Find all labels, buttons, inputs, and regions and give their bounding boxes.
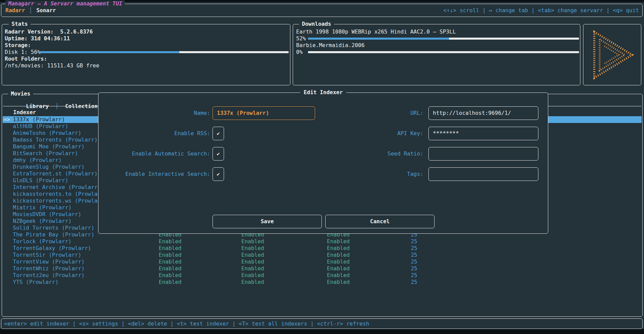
name-label: Name: [98, 106, 210, 120]
rss-status: Enabled [159, 258, 181, 265]
rss-status: Enabled [159, 279, 181, 286]
download-title: Earth 1998 1080p WEBRip x265 Hindi AAC2.… [296, 28, 456, 35]
rss-status: Enabled [159, 252, 181, 258]
tab-radarr[interactable]: Radarr [5, 7, 25, 14]
url-input[interactable]: http://localhost:9696/1/ [428, 106, 538, 120]
seed-ratio-input[interactable] [428, 147, 538, 161]
auto-search-status: Enabled [241, 258, 264, 265]
indexer-name: Torrentz2eu (Prowlarr) [13, 272, 85, 279]
indexer-name: altHUB (Prowlarr) [13, 123, 68, 130]
managarr-play-logo-icon [590, 28, 637, 82]
priority-value: 25 [372, 245, 417, 252]
interactive-search-status: Enabled [327, 245, 350, 252]
edit-indexer-modal: Edit Indexer Name: 1337x (Prowlarr) Enab… [98, 92, 548, 234]
disk-label: Disk 1: 56% [5, 49, 41, 56]
enable-automatic-search-checkbox[interactable]: ✔ [213, 147, 224, 161]
indexer-name: Miatrix (Prowlarr) [13, 204, 71, 211]
indexer-name: 1337x (Prowlarr) [13, 116, 65, 123]
indexer-name: BitSearch (Prowlarr) [13, 150, 78, 157]
managarr-app: Managarr — A Servarr management TUI Rada… [0, 0, 644, 329]
indexer-name: YTS (Prowlarr) [13, 279, 59, 286]
logo-panel [583, 24, 641, 85]
download-progress-fill [308, 38, 449, 40]
download-progress-bar [308, 38, 579, 40]
enable-rss-checkbox[interactable]: ✔ [213, 127, 224, 140]
interactive-search-status: Enabled [327, 252, 350, 258]
indexer-name: Solid Torrents (Prowlarr) [13, 225, 94, 231]
interactive-search-status: Enabled [327, 238, 350, 245]
indexer-name: Badass Torrents (Prowlarr) [13, 137, 97, 143]
indexer-name: kickasstorrents.to (Prowlarr) [13, 191, 107, 197]
indexer-name: ExtraTorrent.st (Prowlarr) [13, 170, 97, 177]
indexer-row[interactable]: TorrentView (Prowlarr) Enabled Enabled E… [3, 258, 642, 265]
priority-value: 25 [372, 238, 417, 245]
root-folders-label: Root Folders: [5, 56, 47, 62]
indexer-name: DrunkenSlug (Prowlarr) [13, 164, 85, 170]
indexer-name: Internet Archive (Prowlarr) [13, 184, 101, 191]
indexer-name: kickasstorrents.ws (Prowlarr) [13, 197, 107, 204]
tags-label: Tags: [302, 167, 423, 181]
indexer-name: TorrentGalaxy (Prowlarr) [13, 245, 91, 252]
download-list: Earth 1998 1080p WEBRip x265 Hindi AAC2.… [296, 28, 578, 56]
indexer-row[interactable]: YTS (Prowlarr) Enabled Enabled Enabled 2… [3, 279, 642, 286]
enable-interactive-search-checkbox[interactable]: ✔ [213, 167, 224, 181]
indexer-row[interactable]: Torrentz2eu (Prowlarr) Enabled Enabled E… [3, 272, 642, 279]
auto-search-status: Enabled [241, 245, 264, 252]
enable-rss-label: Enable RSS: [98, 127, 210, 140]
download-percent: 52% [296, 35, 306, 42]
rss-status: Enabled [159, 245, 181, 252]
indexer-name: TorrentView (Prowlarr) [13, 258, 85, 265]
stats-panel-title: Stats [9, 21, 30, 27]
header-keybinds: <↑↓> scroll | ↔ change tab | <tab> chang… [443, 4, 639, 17]
interactive-search-status: Enabled [327, 265, 350, 272]
download-percent: 0% [296, 49, 303, 56]
priority-value: 25 [372, 252, 417, 258]
name-input[interactable]: 1337x (Prowlarr) [213, 106, 315, 120]
indexer-row[interactable]: TorrentWhiz (Prowlarr) Enabled Enabled E… [3, 265, 642, 272]
download-item: Barbie.Mermaidia.2006 0% [296, 42, 578, 56]
tab-separator: │ [29, 7, 32, 14]
indexer-row[interactable]: TorrentSir (Prowlarr) Enabled Enabled En… [3, 252, 642, 258]
rss-status: Enabled [159, 265, 181, 272]
seed-ratio-label: Seed Ratio: [302, 147, 423, 161]
downloads-panel: Downloads Earth 1998 1080p WEBRip x265 H… [293, 24, 580, 85]
interactive-search-status: Enabled [327, 272, 350, 279]
cancel-button[interactable]: Cancel [325, 215, 435, 228]
save-button[interactable]: Save [213, 215, 322, 228]
priority-value: 25 [372, 258, 417, 265]
indexer-row[interactable]: TorrentGalaxy (Prowlarr) Enabled Enabled… [3, 245, 642, 252]
tab-sonarr[interactable]: Sonarr [36, 7, 56, 14]
api-key-label: API Key: [302, 127, 423, 140]
storage-label: Storage: [5, 42, 31, 49]
indexer-name: AnimeTosho (Prowlarr) [13, 130, 81, 137]
auto-search-status: Enabled [241, 252, 264, 258]
rss-status: Enabled [159, 238, 181, 245]
uptime: Uptime: 31d 04:36:11 [5, 35, 70, 42]
disk-usage-fill [40, 51, 179, 53]
indexer-name: Bangumi Moe (Prowlarr) [13, 143, 85, 150]
indexer-name: dmhy (Prowlarr) [13, 157, 62, 164]
indexer-name: The Pirate Bay (Prowlarr) [13, 231, 94, 238]
stats-panel: Stats Radarr Version: 5.2.6.8376 Uptime:… [2, 24, 290, 85]
indexer-name: TorrentSir (Prowlarr) [13, 252, 81, 258]
servarr-tabs: Radarr │ Sonarr [5, 4, 56, 17]
root-folder-free: /nfs/movies: 11511.43 GB free [5, 62, 99, 69]
indexer-name: GloDLS (Prowlarr) [13, 177, 68, 184]
url-label: URL: [302, 106, 423, 120]
footer-keybinds: <enter> edit indexer | <s> settings | <d… [4, 319, 369, 329]
enable-automatic-search-label: Enable Automatic Search: [98, 147, 210, 161]
api-key-input[interactable]: ******** [428, 127, 538, 140]
indexer-row[interactable]: Torlock (Prowlarr) Enabled Enabled Enabl… [3, 238, 642, 245]
radarr-version: Radarr Version: 5.2.6.8376 [5, 28, 93, 35]
priority-value: 25 [372, 279, 417, 286]
download-title: Barbie.Mermaidia.2006 [296, 42, 364, 49]
tags-input[interactable] [428, 167, 538, 181]
interactive-search-status: Enabled [327, 279, 350, 286]
modal-title: Edit Indexer [300, 89, 346, 96]
download-progress-bar [308, 51, 579, 53]
downloads-panel-title: Downloads [299, 21, 334, 27]
footer-keybar: <enter> edit indexer | <s> settings | <d… [1, 318, 643, 329]
indexer-name: NZBgeek (Prowlarr) [13, 218, 71, 225]
indexer-name: Torlock (Prowlarr) [13, 238, 71, 245]
indexer-name: TorrentWhiz (Prowlarr) [13, 265, 85, 272]
